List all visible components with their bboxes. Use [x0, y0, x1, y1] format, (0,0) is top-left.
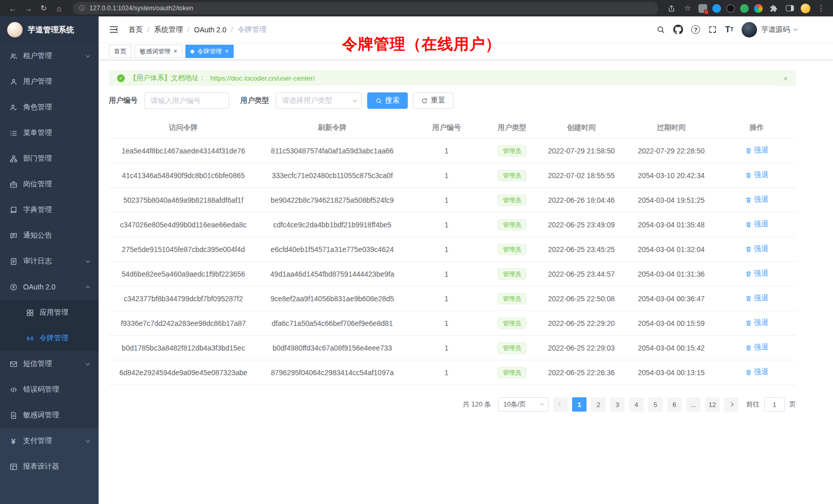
- tab-sensitive-words[interactable]: 敏感词管理 ×: [135, 45, 182, 58]
- fullscreen-icon[interactable]: [708, 25, 717, 34]
- force-logout-button[interactable]: 强退: [745, 294, 768, 303]
- table-row: b0d1785bc3a8482f812db4a3f3bd15ec b0df498…: [109, 336, 796, 360]
- user-type-badge: 管理员: [498, 219, 526, 230]
- extension-icon[interactable]: [740, 4, 749, 13]
- page-button[interactable]: 3: [610, 397, 624, 412]
- extension-icon[interactable]: [712, 4, 721, 13]
- user-id-cell: 1: [407, 262, 486, 286]
- notification-badge: [704, 10, 709, 14]
- force-logout-button[interactable]: 强退: [745, 343, 768, 352]
- page-size-select[interactable]: 10条/页: [498, 397, 548, 412]
- expire-time-cell: 2022-07-29 22:28:50: [625, 139, 717, 163]
- sidebar-item-pay[interactable]: ¥ 支付管理: [0, 428, 99, 454]
- sidebar-item-report-designer[interactable]: 报表设计器: [0, 454, 99, 479]
- user-type-select[interactable]: 请选择用户类型: [276, 92, 362, 109]
- doc-link[interactable]: https://doc.iocoder.cn/user-center/: [211, 74, 315, 82]
- close-icon[interactable]: ×: [174, 48, 177, 54]
- help-icon[interactable]: ?: [691, 25, 700, 34]
- user-type-badge: 管理员: [498, 318, 526, 329]
- prev-page-button[interactable]: [553, 397, 567, 412]
- sidebar-item-oauth[interactable]: OAuth 2.0: [0, 274, 99, 300]
- extension-icon[interactable]: [726, 4, 735, 13]
- force-logout-button[interactable]: 强退: [745, 195, 768, 204]
- sidebar-item-notice[interactable]: 通知公告: [0, 223, 99, 248]
- force-logout-button[interactable]: 强退: [745, 367, 768, 377]
- page-button[interactable]: 12: [705, 397, 720, 412]
- force-logout-button[interactable]: 强退: [745, 318, 768, 327]
- force-logout-button[interactable]: 强退: [745, 220, 768, 229]
- created-time-cell: 2022-06-25 23:45:25: [538, 237, 625, 262]
- sidebar-item-tenant[interactable]: 租户管理: [0, 43, 99, 69]
- search-button[interactable]: 搜索: [367, 92, 408, 109]
- forward-icon[interactable]: →: [22, 2, 35, 15]
- sidebar-item-role[interactable]: 角色管理: [0, 94, 99, 120]
- force-logout-button[interactable]: 强退: [745, 170, 768, 180]
- collapse-sidebar-icon[interactable]: [109, 24, 120, 35]
- sidebar-item-dept[interactable]: 部门管理: [0, 146, 99, 171]
- back-icon[interactable]: ←: [6, 2, 20, 15]
- user-id-input[interactable]: [144, 92, 229, 109]
- document-icon: [9, 411, 17, 419]
- force-logout-button[interactable]: 强退: [745, 146, 768, 155]
- book-icon: [9, 206, 17, 214]
- sidebar-item-sms[interactable]: 短信管理: [0, 351, 99, 377]
- reset-button[interactable]: 重置: [413, 92, 453, 109]
- breadcrumb-oauth[interactable]: OAuth 2.0: [194, 26, 226, 34]
- sidebar-item-user[interactable]: 用户管理: [0, 69, 99, 94]
- refresh-token-cell: cdfc4ce9c2da4bb1bdf21b9918ff4be5: [258, 212, 407, 237]
- page-button[interactable]: 6: [667, 397, 681, 412]
- extension-icon[interactable]: [754, 4, 763, 13]
- next-page-button[interactable]: [724, 397, 739, 412]
- tab-home[interactable]: 首页: [109, 45, 131, 58]
- browser-actions: ☆ ⋮: [666, 3, 827, 14]
- github-icon[interactable]: [673, 25, 683, 34]
- breadcrumb-separator: /: [187, 26, 190, 34]
- sidebar-item-post[interactable]: 岗位管理: [0, 171, 99, 197]
- site-info-icon[interactable]: ⓘ: [79, 4, 85, 13]
- user-dropdown[interactable]: 芋道源码: [742, 22, 797, 37]
- created-time-cell: 2022-06-26 18:04:46: [538, 188, 625, 212]
- refresh-token-cell: 8796295f04064c2983414cc54af1097a: [258, 360, 407, 385]
- sidebar-item-sensitive-word[interactable]: 敏感词管理: [0, 402, 99, 428]
- font-size-icon[interactable]: TT: [725, 26, 733, 34]
- bookmark-star-icon[interactable]: ☆: [682, 3, 693, 14]
- sidebar-item-error-code[interactable]: 错误码管理: [0, 377, 99, 402]
- extensions-puzzle-icon[interactable]: [768, 3, 779, 14]
- user-id-cell: 1: [407, 286, 486, 311]
- action-cell: 强退: [717, 336, 796, 360]
- action-cell: 强退: [717, 188, 796, 212]
- action-cell: 强退: [717, 286, 796, 311]
- sidebar-item-oauth-app[interactable]: 应用管理: [0, 300, 99, 325]
- reload-icon[interactable]: ↻: [37, 2, 50, 15]
- browser-menu-icon[interactable]: ⋮: [816, 3, 827, 14]
- force-logout-button[interactable]: 强退: [745, 269, 768, 278]
- share-icon[interactable]: [666, 3, 677, 14]
- table-row: 6d842e2924594de9a09e45e087323abe 8796295…: [109, 360, 796, 385]
- page-button[interactable]: 2: [591, 397, 605, 412]
- breadcrumb-current: 令牌管理: [238, 25, 267, 34]
- column-header: 用户编号: [407, 118, 486, 139]
- address-bar[interactable]: ⓘ 127.0.0.1:1024/system/oauth2/token: [73, 2, 658, 14]
- access-token-cell: 6d842e2924594de9a09e45e087323abe: [109, 360, 258, 385]
- close-icon[interactable]: ×: [783, 74, 788, 83]
- extension-icon[interactable]: [698, 4, 707, 13]
- tab-token[interactable]: 令牌管理 ×: [185, 45, 234, 58]
- close-icon[interactable]: ×: [225, 48, 229, 54]
- sidebar-item-menu[interactable]: 菜单管理: [0, 120, 99, 146]
- user-id-label: 用户编号: [109, 96, 138, 105]
- page-button[interactable]: 4: [629, 397, 643, 412]
- page-button[interactable]: 5: [648, 397, 662, 412]
- sidebar-item-audit-log[interactable]: 审计日志: [0, 248, 99, 274]
- force-logout-button[interactable]: 强退: [745, 244, 768, 254]
- breadcrumb-system[interactable]: 系统管理: [154, 25, 183, 34]
- home-icon[interactable]: ⌂: [52, 2, 66, 15]
- sidebar-item-dict[interactable]: 字典管理: [0, 197, 99, 223]
- browser-profile-avatar[interactable]: [801, 4, 810, 13]
- page-button[interactable]: ...: [686, 397, 701, 412]
- breadcrumb-home[interactable]: 首页: [128, 25, 143, 34]
- goto-page-input[interactable]: [764, 397, 785, 412]
- side-panel-icon[interactable]: [784, 3, 796, 14]
- search-icon[interactable]: [656, 25, 665, 34]
- sidebar-item-oauth-token[interactable]: 令牌管理: [0, 325, 99, 351]
- page-button[interactable]: 1: [572, 397, 586, 412]
